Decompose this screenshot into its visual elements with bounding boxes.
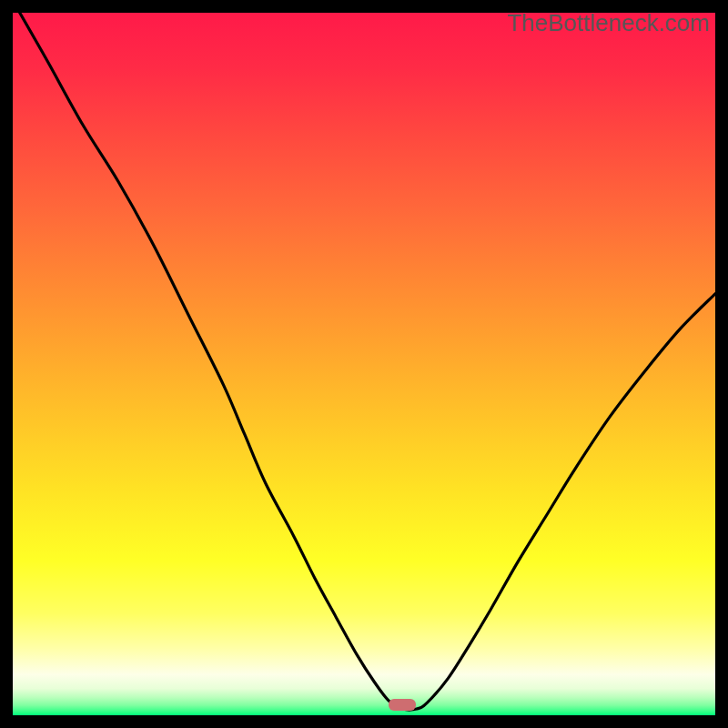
bottleneck-curve [13, 13, 715, 715]
watermark-text: TheBottleneck.com [507, 9, 710, 37]
optimal-marker [389, 699, 416, 711]
chart-frame: TheBottleneck.com [13, 13, 715, 715]
